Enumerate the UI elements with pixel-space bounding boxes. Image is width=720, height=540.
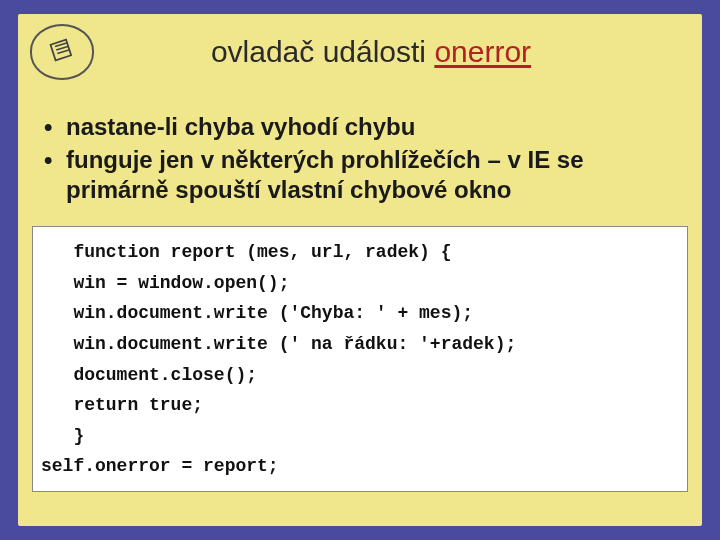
title-keyword: onerror	[434, 35, 531, 68]
code-block: function report (mes, url, radek) { win …	[32, 226, 688, 492]
svg-line-3	[57, 50, 69, 54]
bullet-list: nastane-li chyba vyhodí chybu funguje je…	[36, 112, 684, 206]
title-container: ovladač události onerror	[112, 35, 690, 69]
book-logo-icon	[48, 36, 76, 68]
logo-badge	[30, 24, 94, 80]
code-text: function report (mes, url, radek) { win …	[41, 237, 679, 482]
slide: ovladač události onerror nastane-li chyb…	[18, 14, 702, 526]
bullet-item: nastane-li chyba vyhodí chybu	[66, 112, 684, 143]
bullet-item: funguje jen v některých prohlížečích – v…	[66, 145, 684, 206]
slide-header: ovladač události onerror	[18, 14, 702, 88]
svg-line-2	[56, 47, 68, 51]
title-prefix: ovladač události	[211, 35, 434, 68]
slide-content: nastane-li chyba vyhodí chybu funguje je…	[18, 88, 702, 216]
slide-title: ovladač události onerror	[112, 35, 630, 69]
